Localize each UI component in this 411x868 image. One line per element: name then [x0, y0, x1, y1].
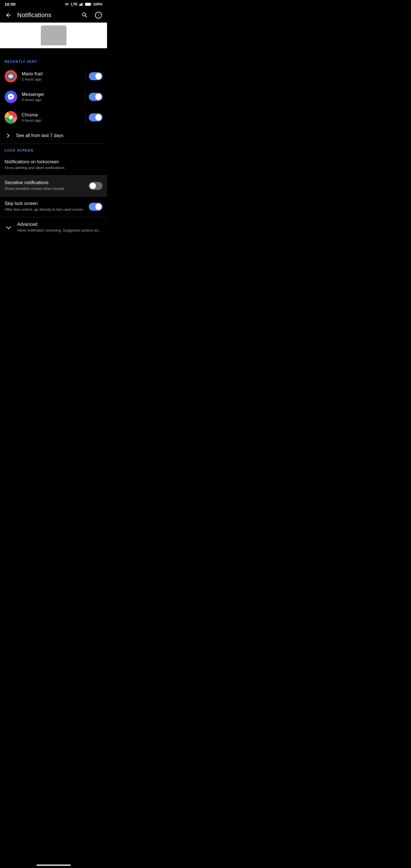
advanced-title: Advanced: [17, 222, 102, 227]
notifications-on-lockscreen-subtitle: Show alerting and silent notifications: [5, 165, 102, 170]
svg-rect-2: [81, 3, 82, 6]
messenger-info: Messenger 6 hours ago: [22, 92, 82, 102]
skip-lock-screen-row[interactable]: Skip lock screen After face unlock, go d…: [0, 196, 107, 217]
svg-text:MK: MK: [8, 74, 14, 79]
chrome-divider: [85, 112, 85, 123]
sensitive-notifications-toggle[interactable]: [89, 182, 102, 190]
sensitive-notifications-row[interactable]: Sensitive notifications Show sensitive c…: [0, 176, 107, 196]
page-title: Notifications: [17, 11, 76, 19]
lock-screen-section: LOCK SCREEN Notifications on lockscreen …: [0, 144, 107, 217]
back-icon: [5, 12, 12, 19]
svg-rect-6: [85, 3, 91, 5]
svg-rect-0: [80, 4, 80, 6]
messenger-toggle-thumb: [95, 94, 102, 100]
chrome-row[interactable]: Chrome 6 hours ago: [0, 107, 107, 128]
notifications-on-lockscreen-info: Notifications on lockscreen Show alertin…: [5, 159, 102, 170]
sensitive-notifications-subtitle: Show sensitive content when locked: [5, 186, 89, 191]
see-all-label: See all from last 7 days: [16, 133, 63, 138]
svg-text:?: ?: [98, 13, 99, 18]
chrome-icon: [5, 111, 17, 124]
sensitive-toggle-thumb: [90, 183, 96, 189]
lte-label: LTE: [71, 2, 77, 6]
mario-kart-row[interactable]: MK Mario Kart 2 hours ago: [0, 66, 107, 87]
see-all-row[interactable]: See all from last 7 days: [0, 128, 107, 144]
app-bar: Notifications ?: [0, 8, 107, 23]
skip-toggle-thumb: [95, 204, 102, 210]
mario-kart-toggle[interactable]: [89, 72, 102, 80]
advanced-subtitle: Allow notification snoozing, Suggested a…: [17, 228, 102, 233]
mario-kart-svg: MK: [5, 70, 17, 83]
status-icons: LTE 100%: [64, 2, 102, 6]
chrome-toggle[interactable]: [89, 113, 102, 121]
lock-screen-label: LOCK SCREEN: [0, 144, 107, 155]
status-bar: 10:00 LTE 100%: [0, 0, 107, 8]
help-button[interactable]: ?: [93, 10, 104, 20]
mario-kart-icon: MK: [5, 70, 17, 83]
recently-sent-label: RECENTLY SENT: [0, 55, 107, 66]
sensitive-notifications-title: Sensitive notifications: [5, 180, 89, 185]
chrome-info: Chrome 6 hours ago: [22, 113, 82, 123]
notifications-on-lockscreen-title: Notifications on lockscreen: [5, 159, 102, 164]
svg-rect-3: [82, 3, 83, 6]
messenger-name: Messenger: [22, 92, 82, 97]
search-icon: [81, 12, 88, 19]
mario-kart-divider: [85, 70, 85, 82]
below-preview: [0, 48, 107, 55]
notifications-on-lockscreen-row[interactable]: Notifications on lockscreen Show alertin…: [0, 155, 107, 175]
svg-rect-1: [80, 3, 81, 6]
phone-preview: [41, 25, 66, 45]
skip-lock-screen-title: Skip lock screen: [5, 201, 89, 206]
see-all-chevron: [5, 132, 11, 139]
messenger-icon: [5, 91, 17, 103]
messenger-divider: [85, 91, 85, 102]
preview-area: [0, 23, 107, 48]
battery-percent: 100%: [93, 2, 102, 6]
recently-sent-section: RECENTLY SENT MK Mario Kart 2 hours ago: [0, 55, 107, 144]
svg-rect-5: [91, 3, 91, 5]
back-button[interactable]: [3, 10, 14, 20]
help-icon: ?: [95, 11, 102, 19]
chrome-name: Chrome: [22, 113, 82, 118]
messenger-row[interactable]: Messenger 6 hours ago: [0, 87, 107, 107]
skip-lock-screen-info: Skip lock screen After face unlock, go d…: [5, 201, 89, 212]
messenger-toggle[interactable]: [89, 93, 102, 101]
messenger-time: 6 hours ago: [22, 98, 82, 102]
skip-lock-screen-toggle[interactable]: [89, 203, 102, 211]
chrome-toggle-thumb: [95, 114, 102, 121]
bottom-spacer: [0, 238, 107, 255]
mario-kart-toggle-thumb: [95, 73, 102, 80]
mario-kart-time: 2 hours ago: [22, 77, 82, 82]
signal-icon: [80, 3, 83, 6]
mario-kart-name: Mario Kart: [22, 71, 82, 76]
search-button[interactable]: [80, 10, 90, 20]
advanced-info: Advanced Allow notification snoozing, Su…: [17, 222, 102, 233]
battery-icon: [85, 3, 91, 6]
svg-point-16: [9, 115, 13, 119]
mario-kart-info: Mario Kart 2 hours ago: [22, 71, 82, 82]
skip-lock-screen-subtitle: After face unlock, go directly to last u…: [5, 207, 89, 212]
advanced-chevron-icon: [5, 223, 12, 231]
advanced-row[interactable]: Advanced Allow notification snoozing, Su…: [0, 217, 107, 238]
sensitive-notifications-info: Sensitive notifications Show sensitive c…: [5, 180, 89, 191]
status-time: 10:00: [5, 2, 15, 6]
chrome-time: 6 hours ago: [22, 118, 82, 123]
wifi-icon: [64, 3, 69, 6]
